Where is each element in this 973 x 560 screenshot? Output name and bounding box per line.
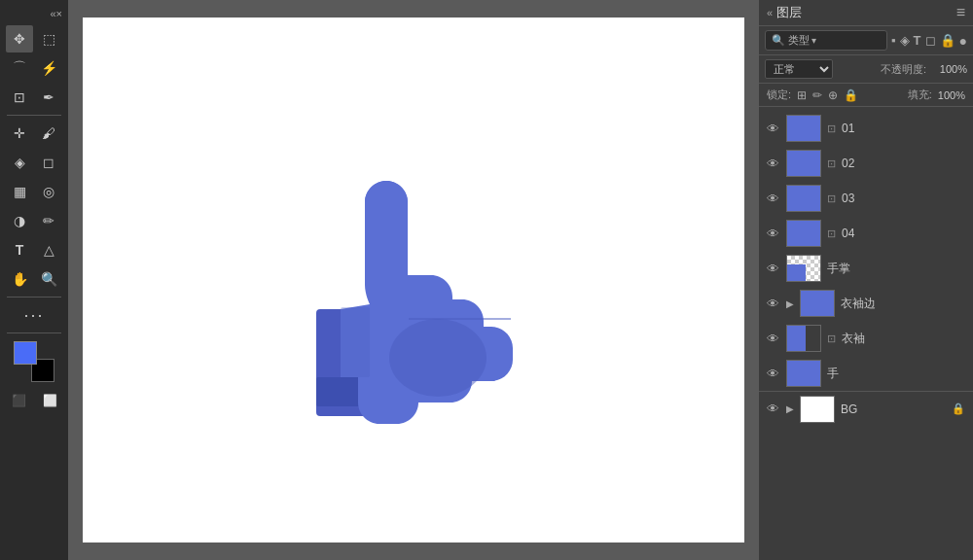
group-expand-icon[interactable]: ▶	[786, 403, 794, 414]
thumbs-up-illustration	[258, 124, 569, 436]
tool-crop[interactable]: ⊡	[6, 84, 33, 111]
tool-magic-wand[interactable]: ⚡	[35, 54, 62, 82]
right-panel: « 图层 ≡ 🔍 类型 ▾ ▪ ◈ T ◻ 🔒 ● 正常 不透明度: 100% …	[759, 0, 973, 560]
foreground-color-swatch[interactable]	[14, 341, 37, 365]
layer-visibility-icon[interactable]: 👁	[767, 157, 780, 171]
canvas-area	[68, 0, 759, 560]
layer-thumbnail	[800, 290, 835, 317]
layer-item[interactable]: 👁 手掌	[759, 251, 973, 286]
canvas-white[interactable]	[83, 18, 744, 542]
toolbar-close-icon[interactable]: ×	[56, 8, 62, 19]
lock-label: 锁定:	[767, 88, 791, 102]
tool-zoom[interactable]: 🔍	[35, 265, 62, 293]
layer-item[interactable]: 👁 手	[759, 356, 973, 391]
fill-value[interactable]: 100%	[938, 89, 965, 101]
svg-point-2	[389, 319, 486, 397]
panel-lock-row: 锁定: ⊞ ✏ ⊕ 🔒 填充: 100%	[759, 84, 973, 107]
tool-blur[interactable]: ◎	[35, 178, 62, 205]
toolbar-top-bar: « ×	[0, 6, 68, 21]
layer-visibility-icon[interactable]: 👁	[767, 297, 780, 311]
tool-type[interactable]: T	[6, 236, 33, 263]
layer-item[interactable]: 👁 ⊡ 01	[759, 111, 973, 146]
tool-heal[interactable]: ✛	[6, 120, 33, 147]
layer-list: 👁 ⊡ 01 👁 ⊡ 02 👁 ⊡ 03 👁	[759, 107, 973, 560]
layer-item-bg[interactable]: 👁 ▶ BG 🔒	[759, 391, 973, 426]
layer-visibility-icon[interactable]: 👁	[767, 122, 780, 136]
fill-label: 填充:	[908, 88, 932, 102]
layer-filter-smart-icon[interactable]: 🔒	[940, 33, 955, 48]
tool-move[interactable]: ✥	[6, 25, 33, 52]
layer-visibility-icon[interactable]: 👁	[767, 192, 780, 206]
blend-mode-select[interactable]: 正常	[765, 59, 833, 79]
layer-visibility-icon[interactable]: 👁	[767, 332, 780, 346]
tool-path[interactable]: △	[35, 236, 62, 263]
layer-thumbnail	[786, 255, 821, 282]
layer-link-icon: ⊡	[827, 228, 836, 240]
layer-thumbnail-bg	[800, 396, 835, 423]
tool-eraser[interactable]: ◻	[35, 149, 62, 176]
panel-menu-icon[interactable]: ≡	[956, 4, 965, 21]
layer-visibility-icon[interactable]: 👁	[767, 262, 780, 276]
layer-link-icon: ⊡	[827, 122, 836, 135]
layer-filter-adjust-icon[interactable]: ◈	[900, 33, 910, 48]
layer-item[interactable]: 👁 ⊡ 衣袖	[759, 321, 973, 356]
lock-move-icon[interactable]: ⊕	[828, 88, 838, 102]
lock-draw-icon[interactable]: ✏	[812, 88, 822, 102]
search-icons: ▪ ◈ T ◻ 🔒 ●	[891, 33, 967, 49]
panel-title: 图层	[776, 4, 802, 21]
layer-thumbnail	[786, 115, 821, 142]
layer-item[interactable]: 👁 ⊡ 02	[759, 146, 973, 181]
tool-divider-1	[7, 115, 61, 116]
layer-thumbnail	[786, 150, 821, 177]
opacity-value[interactable]: 100%	[932, 63, 967, 75]
toolbar: « × ✥ ⬚ ⌒ ⚡ ⊡ ✒ ✛ 🖌 ◈ ◻ ▦ ◎ ◑ ✏ T △ ✋ 🔍 …	[0, 0, 68, 560]
layer-link-icon: ⊡	[827, 158, 836, 170]
tool-select-rect[interactable]: ⬚	[35, 25, 62, 52]
bottom-tools: ⬛ ⬜	[5, 390, 63, 411]
tool-eyedropper[interactable]: ✒	[35, 84, 62, 111]
layer-visibility-icon[interactable]: 👁	[767, 367, 780, 381]
tool-divider-3	[7, 332, 61, 333]
opacity-label: 不透明度:	[881, 62, 926, 77]
layer-thumbnail	[786, 220, 821, 247]
tool-hand[interactable]: ✋	[6, 265, 33, 293]
layer-item[interactable]: 👁 ⊡ 03	[759, 181, 973, 216]
tool-grid-2: ✛ 🖌 ◈ ◻ ▦ ◎ ◑ ✏ T △ ✋ 🔍	[0, 120, 68, 293]
layer-link-icon: ⊡	[827, 332, 836, 345]
panel-header: « 图层 ≡	[759, 0, 973, 26]
tool-gradient[interactable]: ▦	[6, 178, 33, 205]
layer-visibility-icon[interactable]: 👁	[767, 227, 780, 241]
tool-divider-2	[7, 297, 61, 298]
group-expand-icon[interactable]: ▶	[786, 298, 794, 309]
layer-filter-toggle[interactable]: ●	[959, 33, 967, 49]
lock-all-icon[interactable]: 🔒	[844, 88, 858, 102]
search-icon: 🔍	[772, 34, 785, 47]
layer-thumbnail	[786, 325, 821, 352]
layer-filter-pixel-icon[interactable]: ▪	[891, 33, 896, 48]
panel-search-row: 🔍 类型 ▾ ▪ ◈ T ◻ 🔒 ●	[759, 26, 973, 55]
panel-collapse-icon[interactable]: «	[767, 7, 773, 18]
layer-link-icon: ⊡	[827, 192, 836, 205]
layer-item[interactable]: 👁 ⊡ 04	[759, 216, 973, 251]
dropdown-arrow-icon[interactable]: ▾	[811, 35, 816, 46]
layer-lock-icon: 🔒	[952, 402, 965, 415]
tool-pen[interactable]: ✏	[35, 207, 62, 234]
layer-item[interactable]: 👁 ▶ 衣袖边	[759, 286, 973, 321]
panel-blend-row: 正常 不透明度: 100%	[759, 55, 973, 84]
quick-mask-icon[interactable]: ⬛	[5, 390, 32, 411]
tool-grid: ✥ ⬚ ⌒ ⚡ ⊡ ✒	[0, 25, 68, 111]
tool-brush[interactable]: 🖌	[35, 120, 62, 147]
tool-dodge[interactable]: ◑	[6, 207, 33, 234]
layer-filter-shape-icon[interactable]: ◻	[925, 33, 936, 48]
screen-mode-icon[interactable]: ⬜	[36, 390, 63, 411]
tool-lasso[interactable]: ⌒	[6, 54, 33, 82]
layer-filter-type-icon[interactable]: T	[914, 33, 921, 48]
tool-clone[interactable]: ◈	[6, 149, 33, 176]
layer-thumbnail	[786, 360, 821, 387]
color-swatches	[10, 341, 58, 382]
layer-visibility-icon[interactable]: 👁	[767, 402, 780, 416]
search-box[interactable]: 🔍 类型 ▾	[765, 30, 887, 51]
tool-more[interactable]: ···	[20, 301, 48, 329]
svg-rect-3	[341, 307, 370, 377]
lock-pixel-icon[interactable]: ⊞	[797, 88, 807, 102]
